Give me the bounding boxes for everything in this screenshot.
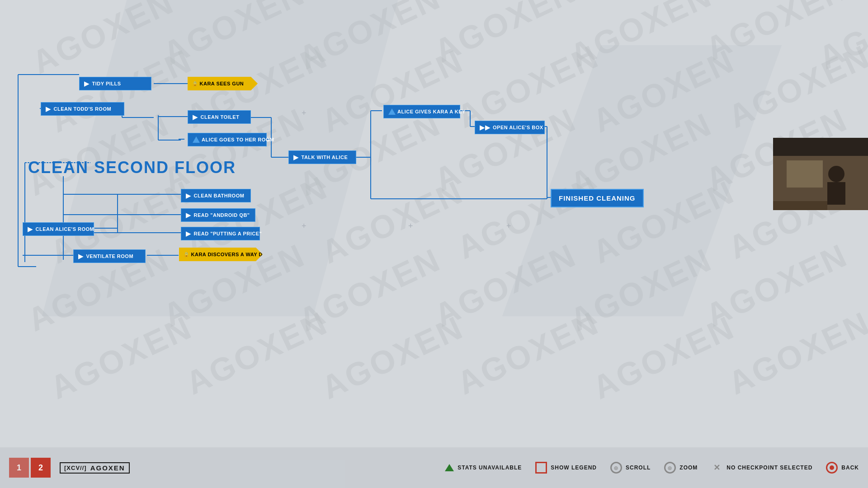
video-thumbnail [773, 138, 868, 210]
page-indicators: 1 2 [9, 458, 51, 478]
flowchart-container: ▶ TIDY PILLS 🔒 KARA SEES GUN ▶ CLEAN TOD… [0, 0, 868, 488]
arrow-icon: ▶ [84, 80, 90, 87]
node-finished-cleaning[interactable]: FINISHED CLEANING [551, 189, 644, 207]
page-1-button[interactable]: 1 [9, 458, 29, 478]
arrow-icon-10: ▶▶ [480, 124, 490, 131]
circle-scroll-icon: ◎ [610, 462, 622, 474]
node-alice-gives-kara-key[interactable]: ALICE GIVES KARA A KEY [383, 105, 460, 118]
page-2-button[interactable]: 2 [31, 458, 51, 478]
lock-icon: 🔒 [192, 81, 198, 86]
node-kara-sees-gun[interactable]: 🔒 KARA SEES GUN [188, 77, 258, 90]
node-alice-goes-to-her-room[interactable]: ALICE GOES TO HER ROOM [188, 133, 267, 146]
arrow-icon-9: ▶ [293, 154, 299, 161]
control-stats: STATS UNAVAILABLE [445, 464, 522, 471]
triangle-icon [193, 136, 200, 143]
node-open-alices-box[interactable]: ▶▶ OPEN ALICE'S BOX [475, 121, 545, 134]
arrow-icon-4: ▶ [186, 192, 191, 199]
arrow-icon-8: ▶ [78, 253, 84, 260]
dot-red [830, 465, 834, 470]
node-tidy-pills[interactable]: ▶ TIDY PILLS [79, 77, 151, 90]
bottom-bar: 1 2 [XCV//] AGOXEN STATS UNAVAILABLE SHO… [0, 447, 868, 488]
node-clean-alices-room[interactable]: ▶ CLEAN ALICE'S ROOM [23, 222, 94, 236]
controls-area: STATS UNAVAILABLE SHOW LEGEND ◎ SCROLL ◎… [445, 462, 859, 474]
node-clean-toilet[interactable]: ▶ CLEAN TOILET [188, 110, 251, 124]
arrow-icon-2: ▶ [46, 105, 51, 113]
video-canvas [773, 138, 868, 210]
section-label-clean-second-floor: CLEAN SECOND FLOOR [28, 158, 236, 177]
triangle-icon-2 [388, 108, 396, 115]
node-talk-with-alice[interactable]: ▶ TALK WITH ALICE [288, 150, 356, 164]
control-checkpoint: ✕ NO CHECKPOINT SELECTED [711, 462, 812, 474]
square-ctrl-icon [535, 462, 547, 474]
triangle-ctrl-icon [445, 464, 454, 471]
circle-zoom-icon: ◎ [664, 462, 676, 474]
brand-logo: [XCV//] [64, 465, 87, 471]
connector-lines [0, 0, 868, 488]
control-scroll: ◎ SCROLL [610, 462, 651, 474]
brand-name: AGOXEN [90, 464, 125, 472]
control-back: BACK [826, 462, 859, 474]
arrow-icon-3: ▶ [193, 113, 198, 121]
control-legend: SHOW LEGEND [535, 462, 597, 474]
node-clean-todds-room[interactable]: ▶ CLEAN TODD'S ROOM [41, 102, 124, 116]
node-ventilate-room[interactable]: ▶ VENTILATE ROOM [73, 249, 146, 263]
arrow-icon-5: ▶ [186, 211, 191, 219]
x-ctrl-icon: ✕ [711, 462, 723, 474]
node-read-putting-a-price[interactable]: ▶ READ "PUTTING A PRICE" [181, 227, 260, 240]
arrow-icon-7: ▶ [28, 225, 33, 233]
arrow-icon-6: ▶ [186, 230, 191, 237]
node-read-android-qb[interactable]: ▶ READ "ANDROID QB" [181, 208, 255, 222]
control-zoom: ◎ ZOOM [664, 462, 698, 474]
brand-badge: [XCV//] AGOXEN [60, 462, 130, 474]
node-kara-discovers-way-down[interactable]: 🔒 KARA DISCOVERS A WAY DOWN [179, 248, 263, 261]
node-clean-bathroom[interactable]: ▶ CLEAN BATHROOM [181, 189, 251, 202]
circle-back-icon [826, 462, 838, 474]
lock-icon-2: 🔒 [184, 252, 189, 257]
